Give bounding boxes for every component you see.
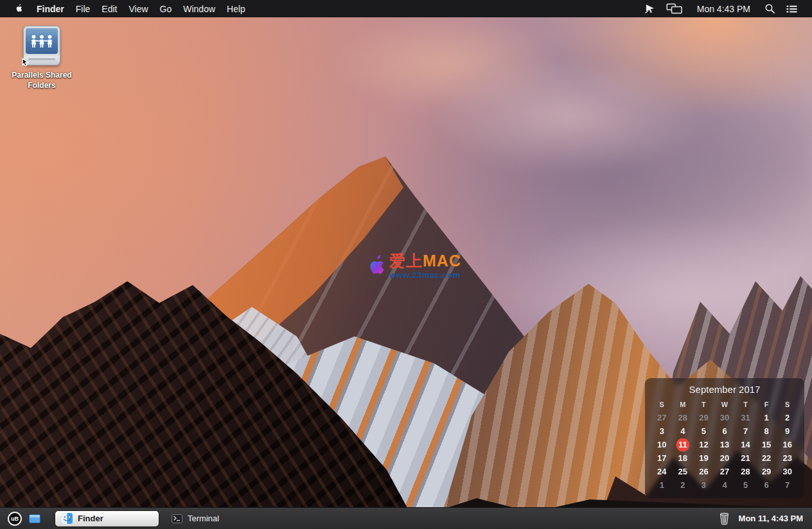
calendar-day[interactable]: 3 [651,424,673,438]
finder-icon [62,513,73,524]
calendar-day[interactable]: 21 [735,451,756,465]
calendar-day[interactable]: 14 [735,438,756,451]
show-desktop-button[interactable] [29,514,40,523]
search-icon[interactable] [764,3,775,14]
calendar-day[interactable]: 12 [693,438,714,451]
calendar-selected-day[interactable]: 11 [673,438,694,451]
taskbar: uB Finder Terminal [0,507,812,529]
calendar-day[interactable]: 6 [756,478,777,492]
calendar-day[interactable]: 4 [714,478,736,492]
calendar-day[interactable]: 18 [673,451,694,465]
calendar-day[interactable]: 15 [756,438,777,451]
menu-item-view[interactable]: View [128,4,148,14]
taskbar-item-finder[interactable]: Finder [55,511,159,526]
calendar-day[interactable]: 16 [777,438,798,451]
menu-item-window[interactable]: Window [183,4,215,14]
calendar-day[interactable]: 13 [714,438,736,451]
menu-bar-clock[interactable]: Mon 4:43 PM [697,4,750,14]
apple-logo-icon [13,3,22,14]
calendar-day-header: T [693,399,714,411]
watermark-site: www.23mac.com [389,271,461,279]
calendar-day[interactable]: 30 [777,465,798,478]
menu-item-help[interactable]: Help [227,4,245,14]
calendar-day-header: F [756,399,777,411]
calendar-grid: 2728293031123456789101112131415161718192… [651,411,798,492]
menu-item-finder[interactable]: Finder [37,4,64,14]
drive-slot [28,58,55,60]
taskbar-item-terminal[interactable]: Terminal [165,511,225,526]
calendar-widget[interactable]: September 2017 SMTWTFS 27282930311234567… [645,378,804,498]
calendar-day[interactable]: 5 [693,424,714,438]
calendar-day[interactable]: 23 [777,451,798,465]
calendar-day[interactable]: 4 [673,424,694,438]
calendar-day-header: M [673,399,694,411]
watermark-title-cn: 爱上 [389,252,423,270]
parallels-tools-icon[interactable] [644,3,656,14]
ubar-menu-button[interactable]: uB [8,512,22,526]
menu-item-edit[interactable]: Edit [102,4,117,14]
shared-drive-icon [23,26,60,65]
watermark: 爱上MAC www.23mac.com [361,253,461,280]
calendar-day[interactable]: 28 [673,411,694,424]
desktop-icon-label: Parallels Shared Folders [10,71,74,91]
apple-menu-button[interactable] [13,3,22,14]
calendar-day[interactable]: 30 [714,411,736,424]
menu-bar: Finder FileEditViewGoWindowHelp Mon 4:43… [0,0,812,17]
calendar-day[interactable]: 6 [714,424,736,438]
calendar-day[interactable]: 1 [651,478,673,492]
desktop-icon-parallels-shared-folders[interactable]: Parallels Shared Folders [10,26,74,91]
calendar-day[interactable]: 9 [777,424,798,438]
calendar-day[interactable]: 2 [673,478,694,492]
displays-icon[interactable] [666,3,683,14]
menu-item-go[interactable]: Go [160,4,172,14]
calendar-day[interactable]: 7 [777,478,798,492]
taskbar-clock[interactable]: Mon 11, 4:43 PM [739,514,803,523]
calendar-day[interactable]: 24 [651,465,673,478]
calendar-day[interactable]: 2 [777,411,798,424]
calendar-day[interactable]: 17 [651,451,673,465]
calendar-day[interactable]: 27 [714,465,736,478]
calendar-day[interactable]: 10 [651,438,673,451]
calendar-day[interactable]: 3 [693,478,714,492]
watermark-apple-icon [361,253,385,280]
calendar-day-header: S [651,399,673,411]
calendar-day-header: S [777,399,798,411]
calendar-day-header: W [714,399,736,411]
menu-items: FileEditViewGoWindowHelp [76,4,245,14]
calendar-day[interactable]: 5 [735,478,756,492]
calendar-day[interactable]: 20 [714,451,736,465]
alias-arrow-icon [21,56,30,69]
calendar-day[interactable]: 8 [756,424,777,438]
calendar-day[interactable]: 1 [756,411,777,424]
calendar-day-header: T [735,399,756,411]
calendar-day[interactable]: 27 [651,411,673,424]
calendar-day[interactable]: 7 [735,424,756,438]
people-icon [29,33,55,49]
trash-icon [719,512,729,525]
calendar-day[interactable]: 19 [693,451,714,465]
notification-center-icon[interactable] [786,4,798,13]
drive-blue-label [26,28,58,54]
terminal-icon [172,514,182,523]
calendar-day[interactable]: 26 [693,465,714,478]
calendar-day[interactable]: 22 [756,451,777,465]
calendar-day[interactable]: 31 [735,411,756,424]
watermark-title: 爱上MAC [389,253,461,269]
taskbar-item-label: Terminal [188,514,219,523]
calendar-day[interactable]: 29 [756,465,777,478]
calendar-day-headers: SMTWTFS [651,399,798,411]
menu-item-file[interactable]: File [76,4,91,14]
calendar-day[interactable]: 28 [735,465,756,478]
calendar-day[interactable]: 29 [693,411,714,424]
screen: Finder FileEditViewGoWindowHelp Mon 4:43… [0,0,812,529]
calendar-day[interactable]: 25 [673,465,694,478]
trash-button[interactable] [719,512,729,525]
watermark-title-en: MAC [423,252,461,270]
taskbar-item-label: Finder [78,514,103,523]
calendar-title: September 2017 [651,384,798,395]
